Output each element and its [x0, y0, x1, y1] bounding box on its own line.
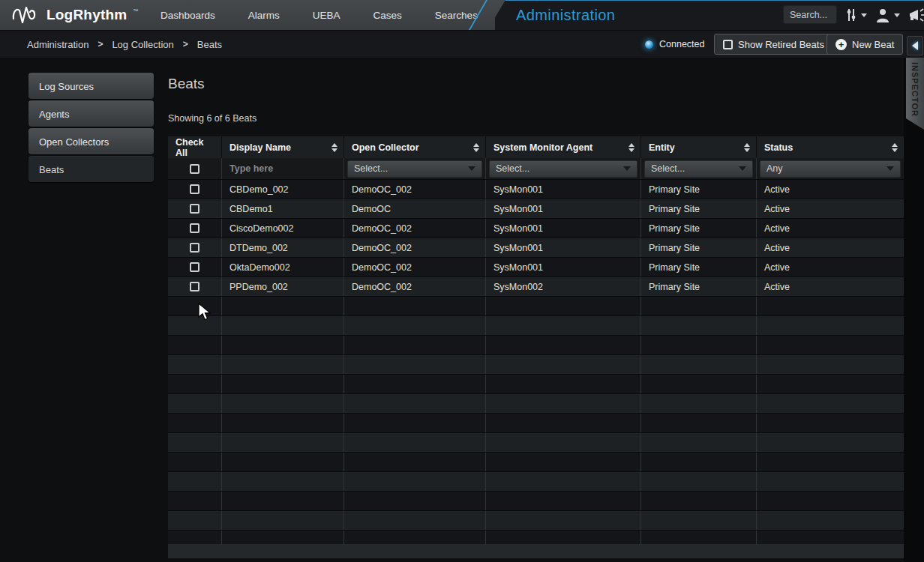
inspector-label: INSPECTOR — [910, 62, 920, 126]
column-header-display-name[interactable]: Display Name — [222, 136, 344, 158]
sort-icon — [628, 143, 634, 152]
row-checkbox[interactable] — [190, 204, 200, 214]
show-retired-beats-button[interactable]: Show Retired Beats — [714, 34, 833, 55]
sort-up-arrow — [628, 143, 634, 147]
open-collector-filter-select[interactable]: Select... — [347, 160, 482, 178]
empty-cell — [344, 531, 486, 544]
nav-item-administration-active[interactable]: Administration — [516, 0, 615, 30]
cell-display-name[interactable]: DTDemo_002 — [222, 238, 344, 257]
empty-cell — [344, 355, 486, 374]
empty-cell — [486, 511, 641, 530]
breadcrumb-item-administration[interactable]: Administration — [27, 39, 88, 50]
empty-cell — [641, 394, 757, 413]
column-header-status[interactable]: Status — [757, 136, 904, 158]
status-filter-select[interactable]: Any — [760, 160, 901, 178]
cell-open-collector: DemoOC_002 — [344, 180, 486, 199]
entity-filter-select[interactable]: Select... — [644, 160, 753, 178]
table-row[interactable]: CBDemo1DemoOCSysMon001Primary SiteActive — [168, 199, 904, 219]
cell-entity: Primary Site — [641, 258, 757, 277]
column-header-open-collector[interactable]: Open Collector — [344, 136, 486, 158]
column-header-entity[interactable]: Entity — [641, 136, 757, 158]
empty-cell — [757, 414, 904, 432]
search-input[interactable]: Search... — [783, 5, 837, 24]
sliders-icon[interactable] — [844, 8, 858, 22]
chevron-down-icon — [623, 166, 631, 171]
logrhythm-logo[interactable]: LogRhythm ™ — [12, 0, 138, 30]
row-checkbox[interactable] — [190, 223, 200, 233]
empty-cell — [344, 336, 486, 354]
breadcrumb-item-log-collection[interactable]: Log Collection — [112, 39, 173, 50]
system-monitor-agent-filter-select[interactable]: Select... — [489, 160, 638, 178]
empty-cell — [757, 433, 904, 452]
show-retired-checkbox[interactable] — [723, 40, 733, 49]
table-row[interactable]: OktaDemo002DemoOC_002SysMon001Primary Si… — [168, 258, 904, 277]
empty-cell — [222, 453, 344, 471]
table-row[interactable]: CBDemo_002DemoOC_002SysMon001Primary Sit… — [168, 180, 904, 199]
megaphone-icon[interactable] — [908, 7, 924, 22]
cell-entity: Primary Site — [641, 199, 757, 218]
empty-cell — [486, 453, 641, 471]
row-checkbox[interactable] — [190, 184, 200, 194]
empty-table-row — [168, 316, 904, 336]
column-header-label: System Monitor Agent — [494, 142, 592, 153]
empty-cell — [641, 433, 757, 452]
cell-status: Active — [757, 180, 904, 199]
cell-display-name[interactable]: CBDemo1 — [222, 199, 344, 218]
cell-display-name[interactable]: CiscoDemo002 — [222, 219, 344, 238]
column-header-label: Status — [764, 142, 793, 153]
new-beat-button[interactable]: + New Beat — [826, 34, 903, 55]
table-row[interactable]: DTDemo_002DemoOC_002SysMon001Primary Sit… — [168, 238, 904, 258]
nav-item-alarms[interactable]: Alarms — [232, 0, 296, 30]
empty-cell — [168, 492, 222, 510]
empty-cell — [222, 531, 344, 544]
nav-item-dashboards[interactable]: Dashboards — [144, 0, 232, 30]
table-row[interactable]: CiscoDemo002DemoOC_002SysMon001Primary S… — [168, 219, 904, 238]
row-checkbox[interactable] — [190, 282, 200, 291]
empty-cell — [222, 375, 344, 393]
nav-item-cases[interactable]: Cases — [357, 0, 418, 30]
chevron-down-icon — [468, 166, 476, 171]
inspector-collapse-button[interactable] — [907, 36, 923, 55]
empty-cell — [757, 492, 904, 510]
empty-cell — [757, 531, 904, 544]
display-name-filter-input[interactable] — [225, 158, 340, 179]
empty-cell — [222, 355, 344, 374]
cell-system-monitor-agent: SysMon001 — [486, 199, 641, 218]
chevron-down-icon — [886, 166, 894, 171]
empty-cell — [641, 316, 757, 335]
chevron-down-icon[interactable] — [861, 13, 867, 17]
cell-display-name[interactable]: CBDemo_002 — [222, 180, 344, 199]
empty-cell — [641, 297, 757, 315]
row-checkbox[interactable] — [190, 243, 200, 253]
sidebar-item-beats[interactable]: Beats — [28, 156, 154, 182]
cell-display-name[interactable]: OktaDemo002 — [222, 258, 344, 277]
empty-cell — [486, 297, 641, 315]
sidebar-item-agents[interactable]: Agents — [28, 100, 154, 127]
column-header-system-monitor-agent[interactable]: System Monitor Agent — [486, 136, 641, 158]
sidebar-item-log-sources[interactable]: Log Sources — [28, 73, 154, 99]
check-all-cell — [168, 158, 222, 179]
empty-cell — [344, 492, 486, 510]
cell-status: Active — [757, 199, 904, 218]
inspector-tab[interactable]: INSPECTOR — [906, 58, 924, 130]
select-value: Select... — [496, 163, 530, 174]
check-all-checkbox[interactable] — [190, 164, 200, 174]
nav-item-ueba[interactable]: UEBA — [296, 0, 357, 30]
table-footer-strip[interactable] — [168, 544, 904, 558]
empty-table-row — [168, 394, 904, 414]
row-checkbox[interactable] — [190, 262, 200, 272]
empty-cell — [486, 394, 641, 413]
connected-label: Connected — [659, 39, 704, 49]
empty-cell — [641, 511, 757, 530]
sidebar-item-open-collectors[interactable]: Open Collectors — [28, 128, 154, 154]
breadcrumb-item-beats[interactable]: Beats — [197, 39, 222, 50]
table-row[interactable]: PPDemo_002DemoOC_002SysMon002Primary Sit… — [168, 277, 904, 297]
cell-display-name[interactable]: PPDemo_002 — [222, 277, 344, 296]
column-header-label: Display Name — [230, 142, 291, 153]
empty-cell — [344, 375, 486, 393]
user-icon[interactable] — [874, 7, 891, 22]
empty-cell — [486, 355, 641, 374]
empty-cell — [168, 336, 222, 354]
chevron-down-icon[interactable] — [894, 13, 900, 17]
entity-filter-cell: Select... — [641, 158, 757, 179]
